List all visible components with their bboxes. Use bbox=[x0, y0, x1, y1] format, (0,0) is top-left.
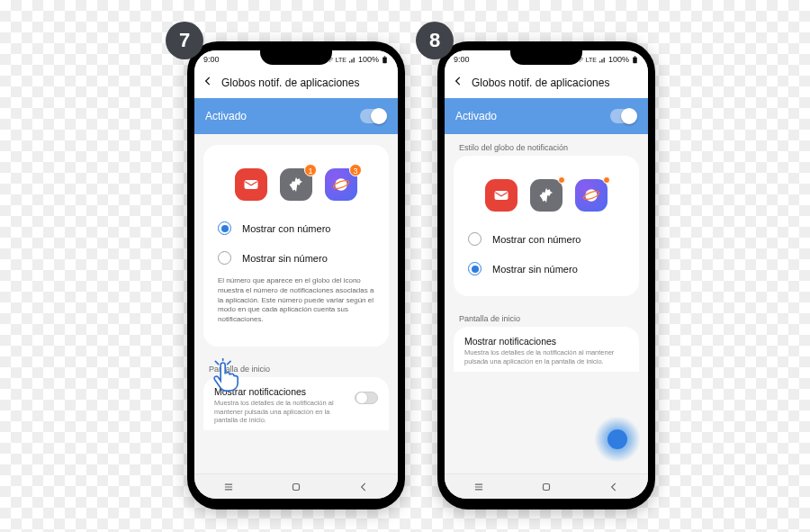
browser-app-icon: 3 bbox=[325, 168, 357, 201]
nav-recent-button[interactable] bbox=[461, 481, 497, 493]
settings-badge: 1 bbox=[304, 164, 317, 176]
recent-icon bbox=[222, 481, 235, 493]
show-notifications-sub: Muestra los detalles de la notificación … bbox=[464, 348, 628, 366]
settings-app-icon bbox=[530, 179, 562, 212]
radio-icon bbox=[468, 262, 482, 275]
svg-rect-2 bbox=[245, 180, 258, 189]
radio-with-number[interactable]: Mostrar con número bbox=[212, 213, 380, 243]
phone-frame-8: 9:00 LTE 100% Globos notif. de aplicacio… bbox=[437, 41, 655, 509]
radio-with-number-label: Mostrar con número bbox=[492, 234, 580, 245]
radio-with-number[interactable]: Mostrar con número bbox=[463, 224, 630, 254]
nav-home-button[interactable] bbox=[278, 481, 314, 493]
master-toggle-switch[interactable] bbox=[360, 109, 387, 123]
badge-help-text: El número que aparece en el globo del ic… bbox=[212, 273, 380, 334]
page-title: Globos notif. de aplicaciones bbox=[221, 77, 359, 89]
chevron-left-icon bbox=[452, 75, 464, 87]
titlebar: Globos notif. de aplicaciones bbox=[194, 68, 398, 98]
browser-badge-dot bbox=[603, 176, 610, 184]
radio-icon bbox=[218, 251, 231, 265]
status-lte: LTE bbox=[336, 57, 346, 63]
browser-badge: 3 bbox=[349, 164, 362, 176]
browser-app-icon bbox=[575, 179, 608, 212]
radio-with-number-label: Mostrar con número bbox=[242, 223, 330, 234]
status-time: 9:00 bbox=[454, 55, 470, 64]
radio-icon bbox=[218, 221, 231, 235]
signal-icon bbox=[598, 56, 607, 64]
master-toggle-label: Activado bbox=[455, 110, 497, 122]
master-toggle-banner[interactable]: Activado bbox=[194, 98, 398, 134]
settings-badge-dot bbox=[558, 176, 565, 184]
nav-recent-button[interactable] bbox=[211, 481, 247, 493]
notch bbox=[510, 50, 582, 65]
mail-app-icon bbox=[485, 179, 518, 212]
settings-app-icon: 1 bbox=[280, 168, 312, 201]
envelope-icon bbox=[242, 176, 260, 194]
back-button[interactable] bbox=[202, 75, 214, 90]
nav-back-button[interactable] bbox=[596, 481, 632, 493]
status-battery-pct: 100% bbox=[358, 55, 379, 64]
badge-preview-row bbox=[463, 168, 630, 224]
badge-style-card: Mostrar con número Mostrar sin número bbox=[454, 156, 639, 296]
radio-without-number-label: Mostrar sin número bbox=[492, 264, 578, 275]
badge-style-card: 1 3 Mostrar con número Mostrar sin nú bbox=[203, 145, 389, 347]
back-button[interactable] bbox=[452, 75, 464, 90]
android-navbar bbox=[194, 473, 398, 499]
planet-icon bbox=[582, 186, 600, 204]
svg-rect-19 bbox=[543, 483, 549, 490]
home-icon bbox=[540, 481, 553, 493]
mail-app-icon bbox=[235, 168, 267, 201]
chevron-left-icon bbox=[202, 75, 214, 87]
recent-icon bbox=[472, 481, 485, 493]
gear-icon bbox=[287, 176, 305, 194]
master-toggle-banner[interactable]: Activado bbox=[445, 98, 648, 134]
show-notifications-row[interactable]: Mostrar notificaciones Muestra los detal… bbox=[454, 327, 639, 372]
step-number-7: 7 bbox=[166, 22, 203, 59]
master-toggle-label: Activado bbox=[205, 110, 247, 122]
android-navbar bbox=[445, 473, 648, 499]
nav-back-button[interactable] bbox=[346, 481, 382, 493]
svg-rect-10 bbox=[633, 57, 637, 63]
svg-rect-12 bbox=[495, 191, 508, 200]
back-icon bbox=[608, 481, 620, 493]
svg-rect-9 bbox=[292, 483, 299, 490]
radio-without-number[interactable]: Mostrar sin número bbox=[212, 243, 380, 273]
titlebar: Globos notif. de aplicaciones bbox=[445, 68, 648, 98]
home-icon bbox=[290, 481, 302, 493]
step-number-8: 8 bbox=[416, 22, 454, 59]
home-section-label: Pantalla de inicio bbox=[454, 305, 639, 327]
svg-rect-0 bbox=[382, 57, 387, 63]
svg-rect-1 bbox=[384, 56, 386, 57]
show-notifications-sub: Muestra los detalles de la notificación … bbox=[214, 399, 347, 425]
battery-icon bbox=[381, 56, 389, 64]
style-section-label: Estilo del globo de notificación bbox=[454, 134, 639, 156]
notch bbox=[260, 50, 332, 65]
envelope-icon bbox=[492, 186, 510, 204]
svg-rect-11 bbox=[634, 56, 636, 57]
tap-highlight-icon bbox=[594, 416, 641, 463]
back-icon bbox=[357, 481, 370, 493]
nav-home-button[interactable] bbox=[528, 481, 564, 493]
phone-frame-7: 9:00 LTE 100% Globos notif. de aplicacio… bbox=[187, 41, 405, 509]
status-time: 9:00 bbox=[203, 55, 220, 64]
signal-icon bbox=[348, 56, 356, 64]
gear-icon bbox=[537, 186, 555, 204]
status-battery-pct: 100% bbox=[608, 55, 629, 64]
planet-icon bbox=[332, 176, 350, 194]
radio-without-number-label: Mostrar sin número bbox=[242, 253, 328, 264]
page-title: Globos notif. de aplicaciones bbox=[472, 77, 609, 89]
pointer-hand-icon bbox=[208, 358, 244, 394]
show-notifications-switch[interactable] bbox=[355, 392, 378, 404]
radio-without-number[interactable]: Mostrar sin número bbox=[463, 254, 630, 284]
radio-icon bbox=[468, 232, 482, 246]
show-notifications-title: Mostrar notificaciones bbox=[464, 336, 628, 347]
status-lte: LTE bbox=[586, 57, 597, 63]
badge-preview-row: 1 3 bbox=[212, 158, 380, 213]
master-toggle-switch[interactable] bbox=[610, 109, 637, 123]
battery-icon bbox=[631, 56, 639, 64]
